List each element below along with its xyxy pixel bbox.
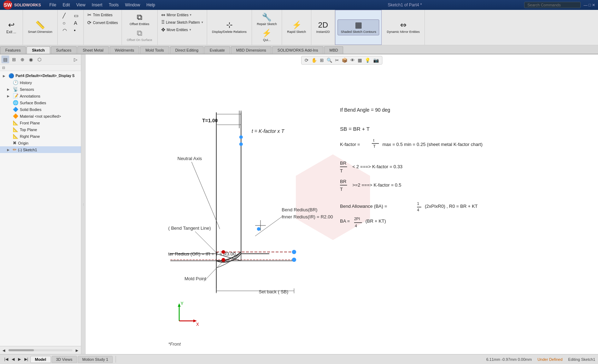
tab-features[interactable]: Features bbox=[0, 46, 26, 54]
first-btn[interactable]: |◀ bbox=[3, 356, 10, 362]
tree-item-sensors[interactable]: ▶ 📡 Sensors bbox=[0, 86, 81, 93]
tree-icon[interactable]: ▤ bbox=[1, 55, 9, 63]
tab-surfaces[interactable]: Surfaces bbox=[51, 46, 77, 54]
pan-icon[interactable]: ✋ bbox=[310, 57, 318, 64]
display-icon[interactable]: ◉ bbox=[27, 55, 35, 63]
offset-on-surface-button[interactable]: ⧉ Offset On Surface bbox=[124, 28, 155, 43]
smart-dim-icon: 📏 bbox=[35, 21, 45, 29]
config-icon[interactable]: ⊕ bbox=[18, 55, 26, 63]
shaded-button[interactable]: ▦ Shaded Sketch Contours bbox=[338, 19, 379, 35]
zoom-fit-icon[interactable]: ⊞ bbox=[319, 57, 325, 64]
mirror-button[interactable]: ⇔ Mirror Entities ▾ bbox=[159, 11, 205, 18]
tab-solidworks-addins[interactable]: SOLIDWORKS Add-Ins bbox=[272, 46, 323, 54]
smart-dimension-button[interactable]: 📏 Smart Dimension bbox=[25, 20, 55, 35]
display-delete-button[interactable]: ⊹ Display/Delete Relations bbox=[209, 20, 250, 35]
tree-item-solid-bodies[interactable]: 🔷 Solid Bodies bbox=[0, 106, 81, 113]
display-style-icon[interactable]: ▦ bbox=[357, 57, 363, 64]
rapid-button[interactable]: ⚡ Rapid Sketch bbox=[284, 20, 309, 35]
svg-text:Bend Allowance (BA) =: Bend Allowance (BA) = bbox=[340, 204, 387, 209]
camera-icon[interactable]: 📷 bbox=[372, 57, 380, 64]
convert-button[interactable]: ⟳ Convert Entities bbox=[85, 19, 120, 26]
svg-text:2PI: 2PI bbox=[354, 217, 360, 221]
bottom-tab-3dviews[interactable]: 3D Views bbox=[52, 356, 77, 363]
tree-item-sketch1[interactable]: ▶ ✏ (-) Sketch1 bbox=[0, 146, 81, 153]
tab-mbd-dimensions[interactable]: MBD Dimensions bbox=[231, 46, 271, 54]
arc-icon: ◠ bbox=[63, 28, 67, 33]
svg-text:t = K-factor x T: t = K-factor x T bbox=[252, 128, 285, 134]
smart-dim-section: 📏 Smart Dimension bbox=[23, 10, 58, 45]
menu-window[interactable]: Window bbox=[122, 2, 143, 8]
panel-nav: ◀ ▶ bbox=[0, 346, 81, 354]
bottom-tab-motion-study[interactable]: Motion Study 1 bbox=[78, 356, 113, 363]
section-icon[interactable]: ✂ bbox=[334, 57, 340, 64]
tree-item-label: Material <not specified> bbox=[20, 114, 61, 118]
tree-item-material[interactable]: 🔶 Material <not specified> bbox=[0, 113, 81, 119]
tree-item-annotations[interactable]: ▶ 📝 Annotations bbox=[0, 93, 81, 99]
repair-button[interactable]: 🔧 Repair Sketch bbox=[254, 12, 280, 27]
zoom-icon[interactable]: 🔍 bbox=[326, 57, 333, 64]
menu-view[interactable]: View bbox=[74, 2, 88, 8]
props-icon[interactable]: ⊞ bbox=[10, 55, 18, 63]
offset-section: ⧉ Offset Entities ⧉ Offset On Surface bbox=[122, 10, 158, 45]
move-button[interactable]: ✥ Move Entities ▾ bbox=[159, 26, 205, 33]
trim-button[interactable]: ✂ Trim Entities bbox=[85, 11, 120, 18]
svg-text:Inner Redius(IR) = R2.00: Inner Redius(IR) = R2.00 bbox=[282, 214, 333, 219]
tab-weldments[interactable]: Weldments bbox=[110, 46, 140, 54]
expand-icon: ▶ bbox=[7, 148, 11, 152]
tab-direct-editing[interactable]: Direct Editing bbox=[170, 46, 204, 54]
dynamic-mirror-button[interactable]: ⇔ Dynamic Mirror Entities bbox=[384, 20, 422, 35]
rect-tool-button[interactable]: ▭ bbox=[72, 12, 81, 19]
svg-point-31 bbox=[257, 227, 260, 231]
menu-help[interactable]: Help bbox=[143, 2, 158, 8]
tree-item-part[interactable]: ▶ 🔵 Part4 (Default<<Default>_Display S bbox=[0, 72, 81, 79]
linear-pattern-button[interactable]: ⠿ Linear Sketch Pattern ▾ bbox=[159, 19, 205, 26]
offset-button[interactable]: ⧉ Offset Entities bbox=[127, 12, 152, 27]
point-tool-button[interactable]: • bbox=[72, 27, 81, 34]
tree-item-top-plane[interactable]: 📐 Top Plane bbox=[0, 126, 81, 133]
sketch-svg[interactable]: SW T=1.00 t = K-factor x T Neutral Axis bbox=[86, 54, 598, 354]
search-input[interactable] bbox=[524, 2, 581, 8]
panel-next[interactable]: ▶ bbox=[74, 347, 80, 353]
text-tool-button[interactable]: A bbox=[72, 19, 81, 27]
tree-item-front-plane[interactable]: 📐 Front Plane bbox=[0, 119, 81, 126]
tab-sheet-metal[interactable]: Sheet Metal bbox=[77, 46, 109, 54]
draw-tools-section: ╱ ○ ◠ ▭ A • bbox=[58, 10, 84, 45]
arc-tool-button[interactable]: ◠ bbox=[60, 27, 69, 34]
menu-edit[interactable]: Edit bbox=[60, 2, 73, 8]
next-btn[interactable]: ▶ bbox=[17, 356, 22, 362]
view-orient-icon[interactable]: 📦 bbox=[341, 57, 348, 64]
circle-tool-button[interactable]: ○ bbox=[60, 19, 69, 27]
prev-btn[interactable]: ◀ bbox=[10, 356, 16, 362]
bottom-tab-model[interactable]: Model bbox=[30, 356, 51, 363]
mirror-section: ⇔ Mirror Entities ▾ ⠿ Linear Sketch Patt… bbox=[158, 10, 207, 45]
origin-icon: ✖ bbox=[13, 140, 17, 146]
tree-item-surface-bodies[interactable]: 🌐 Surface Bodies bbox=[0, 99, 81, 106]
tab-mbd[interactable]: MBD bbox=[324, 46, 343, 54]
trim-convert-col: ✂ Trim Entities ⟳ Convert Entities bbox=[85, 11, 120, 43]
window-controls: — □ ✕ bbox=[584, 3, 595, 7]
sketch-canvas-area[interactable]: ⟳ ✋ ⊞ 🔍 ✂ 📦 👁 ▦ 💡 📷 SW bbox=[86, 54, 598, 354]
last-btn[interactable]: ▶| bbox=[23, 356, 30, 362]
instant2d-button[interactable]: 2D Instant2D bbox=[313, 20, 333, 35]
tab-mold-tools[interactable]: Mold Tools bbox=[140, 46, 169, 54]
tab-sketch[interactable]: Sketch bbox=[27, 46, 50, 54]
svg-text:Mold Point: Mold Point bbox=[184, 276, 206, 281]
panel-resize-handle[interactable]: ⋮ bbox=[81, 54, 86, 354]
tab-evaluate[interactable]: Evaluate bbox=[204, 46, 230, 54]
quick-button[interactable]: ⚡ Qui... bbox=[258, 28, 276, 43]
panel-prev[interactable]: ◀ bbox=[1, 347, 7, 353]
tree-item-label: Part4 (Default<<Default>_Display S bbox=[16, 74, 75, 78]
hide-show-icon[interactable]: 👁 bbox=[349, 57, 356, 64]
menu-insert[interactable]: Insert bbox=[89, 2, 105, 8]
line-tool-button[interactable]: ╱ bbox=[60, 12, 69, 19]
exit-button[interactable]: ↩ Exit ... bbox=[2, 20, 20, 35]
menu-file[interactable]: File bbox=[47, 2, 59, 8]
tree-item-history[interactable]: 🕐 History bbox=[0, 79, 81, 86]
tree-item-right-plane[interactable]: 📐 Right Plane bbox=[0, 133, 81, 140]
expand-icon[interactable]: ▷ bbox=[72, 55, 80, 63]
lights-icon[interactable]: 💡 bbox=[364, 57, 371, 64]
menu-tools[interactable]: Tools bbox=[106, 2, 122, 8]
rotate-icon[interactable]: ⟳ bbox=[304, 57, 310, 64]
appearance-icon[interactable]: ⬡ bbox=[35, 55, 43, 63]
tree-item-origin[interactable]: ✖ Origin bbox=[0, 140, 81, 146]
